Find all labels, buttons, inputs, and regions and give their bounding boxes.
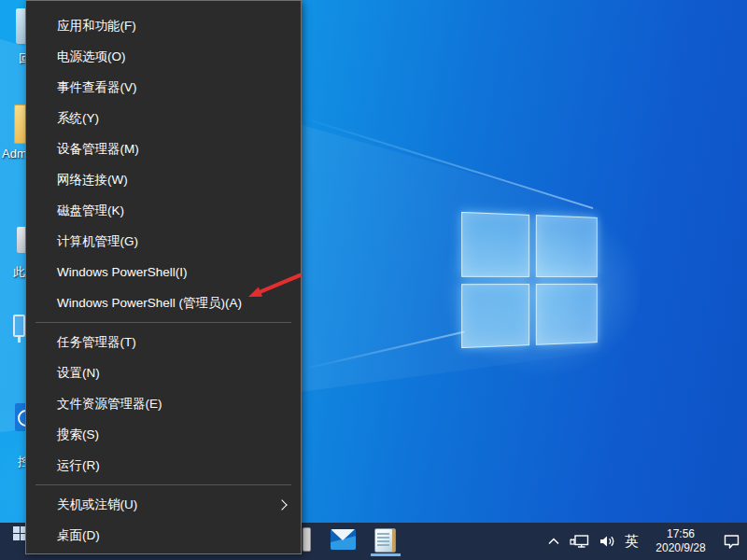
menu-item-label: 关机或注销(U)	[57, 497, 137, 513]
shortcut-label: 此	[13, 264, 25, 281]
menu-item-apps-features[interactable]: 应用和功能(F)	[26, 10, 301, 41]
menu-item-desktop[interactable]: 桌面(D)	[26, 520, 301, 551]
mail-fold	[331, 529, 355, 540]
menu-item-label: 设备管理器(M)	[57, 141, 139, 158]
menu-item-label: 电源选项(O)	[57, 49, 126, 65]
start-logo-pane	[13, 534, 20, 540]
menu-item-search[interactable]: 搜索(S)	[26, 419, 301, 450]
shortcut-icon[interactable]	[17, 227, 25, 253]
menu-item-label: 事件查看器(V)	[57, 79, 137, 96]
menu-item-task-manager[interactable]: 任务管理器(T)	[26, 327, 301, 357]
annotation-arrow-icon	[236, 265, 309, 304]
menu-item-computer-management[interactable]: 计算机管理(G)	[26, 226, 301, 257]
menu-item-label: 计算机管理(G)	[57, 233, 138, 250]
clock-date: 2020/9/28	[648, 541, 713, 555]
menu-item-power-options[interactable]: 电源选项(O)	[26, 41, 301, 72]
menu-item-label: Windows PowerShell(I)	[57, 265, 188, 279]
windows-logo-wallpaper	[461, 212, 598, 348]
menu-item-shutdown-signout[interactable]: 关机或注销(U)	[26, 489, 301, 520]
menu-item-label: 网络连接(W)	[57, 172, 128, 189]
action-center-icon[interactable]	[723, 534, 741, 550]
logo-pane	[461, 212, 529, 277]
desktop: 回 Adm 此 控	[0, 0, 747, 560]
taskbar-app-partial-icon[interactable]	[303, 527, 311, 552]
menu-item-event-viewer[interactable]: 事件查看器(V)	[26, 72, 301, 103]
menu-item-label: 桌面(D)	[57, 527, 100, 544]
ime-indicator[interactable]: 英	[625, 533, 639, 551]
notepad-icon[interactable]	[374, 528, 396, 553]
chevron-right-icon	[276, 499, 287, 510]
menu-item-label: 任务管理器(T)	[57, 334, 136, 351]
menu-separator	[35, 484, 291, 485]
system-tray: 英 17:56 2020/9/28	[547, 523, 741, 560]
menu-item-label: 搜索(S)	[57, 427, 99, 443]
menu-item-label: Windows PowerShell (管理员)(A)	[57, 295, 242, 312]
mail-icon[interactable]	[331, 529, 356, 550]
logo-pane	[535, 215, 597, 277]
menu-item-settings[interactable]: 设置(N)	[26, 357, 301, 388]
recycle-bin-icon[interactable]	[16, 8, 25, 44]
menu-item-label: 运行(R)	[57, 457, 100, 474]
menu-item-label: 文件资源管理器(E)	[57, 396, 162, 413]
active-app-indicator	[371, 553, 401, 556]
menu-item-label: 设置(N)	[57, 365, 100, 382]
menu-item-system[interactable]: 系统(Y)	[26, 103, 301, 133]
menu-item-disk-management[interactable]: 磁盘管理(K)	[26, 195, 301, 226]
menu-item-label: 系统(Y)	[57, 110, 99, 127]
network-icon[interactable]	[570, 534, 589, 549]
speaker-icon[interactable]	[599, 535, 615, 548]
folder-icon[interactable]	[14, 105, 25, 144]
menu-item-run[interactable]: 运行(R)	[26, 450, 301, 481]
clock-time: 17:56	[648, 527, 713, 541]
control-panel-icon[interactable]	[15, 403, 25, 431]
logo-pane	[461, 284, 529, 349]
logo-pane	[535, 283, 597, 345]
display-icon[interactable]	[13, 315, 25, 337]
folder-label: Adm	[2, 147, 27, 161]
menu-item-label: 应用和功能(F)	[57, 18, 136, 35]
menu-item-label: 磁盘管理(K)	[57, 203, 124, 219]
menu-item-file-explorer[interactable]: 文件资源管理器(E)	[26, 388, 301, 419]
start-logo-pane	[13, 526, 20, 533]
menu-item-device-manager[interactable]: 设备管理器(M)	[26, 133, 301, 164]
taskbar-clock[interactable]: 17:56 2020/9/28	[648, 527, 713, 555]
chevron-up-icon[interactable]	[547, 536, 560, 547]
menu-separator	[35, 322, 291, 323]
menu-item-network-connections[interactable]: 网络连接(W)	[26, 164, 301, 195]
